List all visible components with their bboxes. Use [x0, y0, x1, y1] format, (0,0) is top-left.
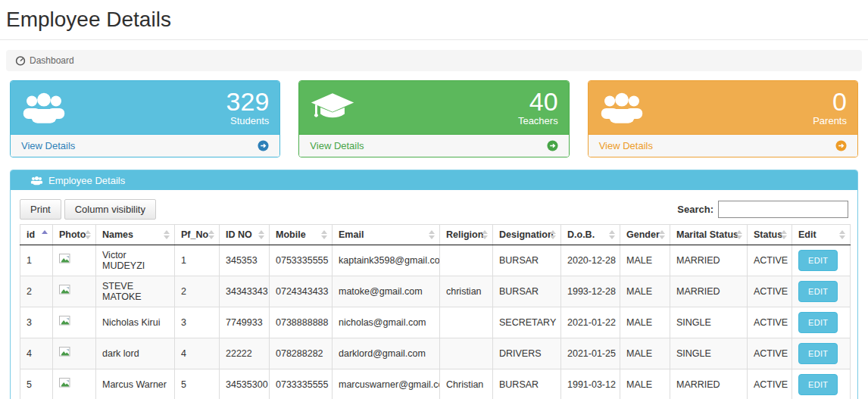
cell-email: matoke@gmail.com	[333, 276, 440, 307]
cell-photo	[53, 338, 96, 369]
column-header-pf-no[interactable]: Pf_No	[175, 225, 220, 245]
cell-id_no: 22222	[220, 338, 270, 369]
employee-table: idPhotoNamesPf_NoID NOMobileEmailReligio…	[20, 224, 851, 399]
cell-names: STEVE MATOKE	[96, 276, 175, 307]
column-header-id-no[interactable]: ID NO	[220, 225, 270, 245]
cell-id_no: 7749933	[220, 307, 270, 338]
edit-button[interactable]: EDIT	[798, 374, 838, 395]
sort-icon	[659, 230, 665, 239]
edit-button[interactable]: EDIT	[798, 312, 838, 333]
teachers-view-details-link[interactable]: View Details	[299, 134, 568, 157]
cell-names: Marcus Warner	[96, 369, 175, 399]
cell-edit: EDIT	[792, 338, 851, 369]
cell-pf_no: 1	[175, 245, 220, 276]
table-row: 1 Victor MUDEYZI13453530753335555kaptain…	[20, 245, 851, 276]
students-card: 329 Students View Details	[10, 80, 280, 157]
column-header-email[interactable]: Email	[333, 225, 440, 245]
cell-dob: 2021-01-22	[561, 307, 620, 338]
table-row: 5 Marcus Warner5345353000733335555marcus…	[20, 369, 851, 399]
cell-gender: MALE	[620, 245, 670, 276]
students-count: 329	[226, 89, 270, 114]
column-visibility-button[interactable]: Column visibility	[64, 199, 156, 220]
cell-marital_status: SINGLE	[670, 338, 748, 369]
cell-edit: EDIT	[792, 369, 851, 399]
column-header-names[interactable]: Names	[96, 225, 175, 245]
parents-label: Parents	[813, 115, 847, 126]
column-header-d-o-b[interactable]: D.o.B.	[561, 225, 620, 245]
students-label: Students	[226, 115, 270, 126]
cell-marital_status: MARRIED	[670, 369, 748, 399]
cell-names: dark lord	[96, 338, 175, 369]
broken-image-icon	[59, 257, 74, 267]
cell-gender: MALE	[620, 338, 670, 369]
column-header-mobile[interactable]: Mobile	[270, 225, 333, 245]
cell-edit: EDIT	[792, 245, 851, 276]
sort-icon	[839, 230, 845, 239]
broken-image-icon	[59, 319, 74, 329]
cell-id: 5	[20, 369, 53, 399]
users-icon	[30, 176, 43, 185]
cell-names: Victor MUDEYZI	[96, 245, 175, 276]
print-button[interactable]: Print	[20, 199, 61, 220]
cell-status: ACTIVE	[748, 307, 792, 338]
column-header-edit[interactable]: Edit	[792, 225, 851, 245]
sort-icon	[429, 230, 435, 239]
cell-pf_no: 4	[175, 338, 220, 369]
panel-body: Print Column visibility Search: idPhotoN…	[11, 190, 857, 399]
cell-edit: EDIT	[792, 307, 851, 338]
students-view-details-link[interactable]: View Details	[11, 134, 279, 157]
cell-dob: 1993-12-28	[561, 276, 620, 307]
parents-view-details-link[interactable]: View Details	[589, 134, 857, 157]
cell-id: 3	[20, 307, 53, 338]
cell-designation: DRIVERS	[493, 338, 561, 369]
column-header-id[interactable]: id	[20, 225, 53, 245]
cell-status: ACTIVE	[748, 245, 792, 276]
panel-header: Employee Details	[11, 170, 857, 190]
cell-dob: 2020-12-28	[561, 245, 620, 276]
edit-button[interactable]: EDIT	[798, 250, 838, 271]
cell-mobile: 078288282	[270, 338, 333, 369]
stat-cards: 329 Students View Details	[10, 80, 858, 157]
cell-religion	[440, 245, 493, 276]
cell-photo	[53, 276, 96, 307]
cell-pf_no: 5	[175, 369, 220, 399]
edit-button[interactable]: EDIT	[798, 343, 838, 364]
cell-dob: 1991-03-12	[561, 369, 620, 399]
column-header-religion[interactable]: Religion	[440, 225, 493, 245]
column-header-marital-status[interactable]: Marital Status	[670, 225, 748, 245]
sort-icon	[85, 230, 91, 239]
students-card-header: 329 Students	[11, 81, 279, 134]
search-label: Search:	[677, 204, 713, 215]
cell-id: 2	[20, 276, 53, 307]
cell-id: 1	[20, 245, 53, 276]
sort-icon	[609, 230, 615, 239]
cell-photo	[53, 369, 96, 399]
column-header-photo[interactable]: Photo	[53, 225, 96, 245]
cell-id_no: 34343343	[220, 276, 270, 307]
edit-button[interactable]: EDIT	[798, 281, 838, 302]
page-title: Employee Details	[6, 8, 862, 32]
cell-status: ACTIVE	[748, 369, 792, 399]
column-header-designation[interactable]: Designation	[493, 225, 561, 245]
sort-icon	[736, 230, 742, 239]
cell-mobile: 0733335555	[270, 369, 333, 399]
column-header-gender[interactable]: Gender	[620, 225, 670, 245]
search-input[interactable]	[718, 201, 848, 218]
title-divider	[0, 39, 868, 40]
cell-email: kaptaink3598@gmail.com	[333, 245, 440, 276]
search-control: Search:	[677, 201, 848, 218]
sort-icon	[550, 230, 556, 239]
table-toolbar: Print Column visibility Search:	[20, 199, 848, 220]
breadcrumb-item: Dashboard	[30, 55, 74, 66]
sort-icon	[482, 230, 488, 239]
cell-id_no: 34535300	[220, 369, 270, 399]
sort-icon	[781, 230, 787, 239]
cell-gender: MALE	[620, 276, 670, 307]
cell-marital_status: SINGLE	[670, 307, 748, 338]
cell-photo	[53, 245, 96, 276]
column-header-status[interactable]: Status	[748, 225, 792, 245]
teachers-count: 40	[518, 89, 558, 114]
users-icon	[599, 90, 645, 125]
dashboard-icon	[15, 55, 26, 66]
cell-status: ACTIVE	[748, 276, 792, 307]
